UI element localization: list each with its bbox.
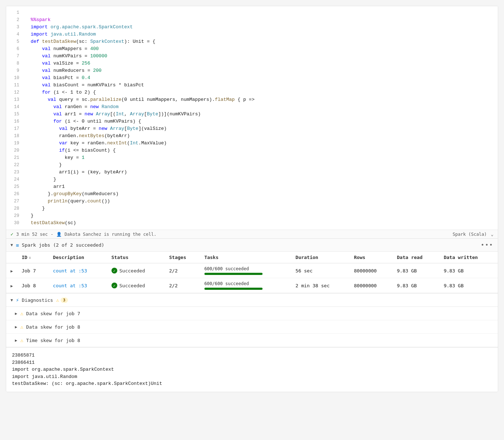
code-line: 17 val byteArr = new Array[Byte](valSize… (6, 125, 498, 132)
spark-jobs-header[interactable]: ▼ ≡ Spark jobs (2 of 2 succeeded) ••• (6, 239, 498, 252)
code-content: %%spark (25, 16, 495, 24)
job-duration-1: 2 min 38 sec (291, 278, 350, 293)
diagnostics-title: Diagnostics (22, 297, 53, 303)
diag-warning-icon-0: ⚠ (20, 311, 23, 316)
line-number: 26 (9, 190, 19, 198)
cell-separator: - (51, 232, 53, 237)
code-content: def testDataSkew(sc: SparkContext): Unit… (25, 38, 495, 45)
job-description-1[interactable]: count at :53 (49, 278, 107, 293)
job-tasks-1: 600/600 succeeded (200, 278, 291, 293)
spark-jobs-more-menu[interactable]: ••• (481, 242, 493, 248)
cell-user-info: Dakota Sanchez is running the cell. (65, 232, 157, 237)
code-content: var key = ranGen.nextInt(Int.MaxValue) (25, 140, 495, 147)
diag-item-2[interactable]: ▶ ⚠ Time skew for job 8 (6, 334, 498, 347)
code-line: 26 }.groupByKey(numReducers) (6, 190, 498, 198)
job-id-0: Job 7 (17, 263, 49, 278)
th-tasks: Tasks (200, 252, 291, 263)
tasks-text-1: 600/600 succeeded (204, 281, 263, 286)
line-number: 9 (9, 67, 19, 74)
job-data-read-0: 9.83 GB (393, 263, 439, 278)
line-number: 7 (9, 53, 19, 60)
code-line: 27 println(query.count()) (6, 198, 498, 205)
code-line: 23 arr1(i) = (key, byteArr) (6, 169, 498, 176)
th-id[interactable]: ID ↓ (17, 252, 49, 263)
th-duration: Duration (291, 252, 350, 263)
diag-item-text-0: Data skew for job 7 (26, 311, 80, 316)
line-number: 17 (9, 125, 19, 132)
code-line: 8 val valSize = 256 (6, 60, 498, 67)
code-line: 2 %%spark (6, 16, 498, 24)
spark-jobs-title: Spark jobs (2 of 2 succeeded) (22, 242, 104, 248)
code-line: 11 val biasCount = numKVPairs * biasPct (6, 82, 498, 89)
th-status: Status (107, 252, 165, 263)
diag-item-text-1: Data skew for job 8 (26, 324, 80, 330)
chevron-down-icon[interactable]: ⌄ (491, 232, 493, 237)
output-line-0: 23865871 (12, 352, 492, 359)
output-line-1: 23866411 (12, 359, 492, 366)
expand-icon-0[interactable]: ▶ (11, 269, 13, 274)
diagnostics-header[interactable]: ▼ ⚡ Diagnostics ⚠ 3 (6, 293, 498, 307)
diag-expand-icon-0[interactable]: ▶ (15, 311, 17, 316)
code-content: val byteArr = new Array[Byte](valSize) (25, 125, 495, 132)
job-stages-0: 2/2 (165, 263, 200, 278)
progress-bar-bg-1 (204, 288, 263, 290)
line-number: 3 (9, 24, 19, 31)
row-expand-1[interactable]: ▶ (6, 278, 17, 293)
code-line: 25 arr1 (6, 183, 498, 190)
code-line: 3 import org.apache.spark.SparkContext (6, 24, 498, 31)
code-line: 4 import java.util.Random (6, 31, 498, 38)
code-line: 22 } (6, 161, 498, 169)
diag-expand-icon-1[interactable]: ▶ (15, 325, 17, 329)
code-content: ranGen.nextBytes(byteArr) (25, 132, 495, 140)
line-number: 11 (9, 82, 19, 89)
code-line: 16 for (i <- 0 until numKVPairs) { (6, 118, 498, 125)
progress-bar-fill-1 (204, 288, 263, 290)
code-line: 12 for (i <- 1 to 2) { (6, 89, 498, 96)
job-description-0[interactable]: count at :53 (49, 263, 107, 278)
output-line-4: testDataSkew: (sc: org.apache.spark.Spar… (12, 380, 492, 387)
output-line-2: import org.apache.spark.SparkContext (12, 366, 492, 373)
output-section: 2386587123866411import org.apache.spark.… (6, 347, 498, 392)
notebook-cell: 1 2 %%spark 3 import org.apache.spark.Sp… (6, 6, 498, 392)
job-id-1: Job 8 (17, 278, 49, 293)
th-expand (6, 252, 17, 263)
code-content: val ranGen = new Random (25, 103, 495, 111)
row-expand-0[interactable]: ▶ (6, 263, 17, 278)
diagnostics-section: ▼ ⚡ Diagnostics ⚠ 3 ▶ ⚠ Data skew for jo… (6, 293, 498, 347)
success-check-icon: ✓ (11, 231, 13, 237)
job-rows-0: 80000000 (350, 263, 393, 278)
job-link-0[interactable]: count at :53 (53, 268, 87, 274)
line-number: 27 (9, 198, 19, 205)
code-line: 30 testDataSkew(sc) (6, 219, 498, 227)
diagnostics-icon: ⚡ (16, 297, 19, 303)
line-number: 4 (9, 31, 19, 38)
code-content: } (25, 205, 495, 212)
job-link-1[interactable]: count at :53 (53, 283, 87, 288)
line-number: 19 (9, 140, 19, 147)
diag-warning-icon-2: ⚠ (20, 337, 23, 343)
line-number: 18 (9, 132, 19, 140)
th-data-written: Data written (439, 252, 498, 263)
runtime-label: Spark (Scala) ⌄ (453, 232, 493, 237)
job-status-1: ✓ Succeeded (107, 278, 165, 293)
code-line: 9 val numReducers = 200 (6, 67, 498, 74)
table-header-row: ID ↓ Description Status Stages Tasks Dur… (6, 252, 498, 263)
expand-icon-1[interactable]: ▶ (11, 284, 13, 288)
job-data-read-1: 9.83 GB (393, 278, 439, 293)
code-content: if(i <= biasCount) { (25, 147, 495, 154)
diag-item-1[interactable]: ▶ ⚠ Data skew for job 8 (6, 320, 498, 334)
code-content: } (25, 176, 495, 183)
progress-bar-bg-0 (204, 273, 263, 275)
tasks-text-0: 600/600 succeeded (204, 266, 263, 271)
code-content: val numKVPairs = 100000 (25, 53, 495, 60)
diag-expand-icon-2[interactable]: ▶ (15, 338, 17, 343)
code-line: 15 val arr1 = new Array[(Int, Array[Byte… (6, 111, 498, 118)
code-line: 7 val numKVPairs = 100000 (6, 53, 498, 60)
line-number: 6 (9, 45, 19, 53)
diagnostics-count: 3 (61, 297, 68, 303)
code-content: arr1(i) = (key, byteArr) (25, 169, 495, 176)
spark-jobs-table: ID ↓ Description Status Stages Tasks Dur… (6, 252, 498, 293)
code-content: }.groupByKey(numReducers) (25, 190, 495, 198)
diag-item-0[interactable]: ▶ ⚠ Data skew for job 7 (6, 307, 498, 320)
cell-run-time: 3 min 52 sec (16, 232, 48, 237)
